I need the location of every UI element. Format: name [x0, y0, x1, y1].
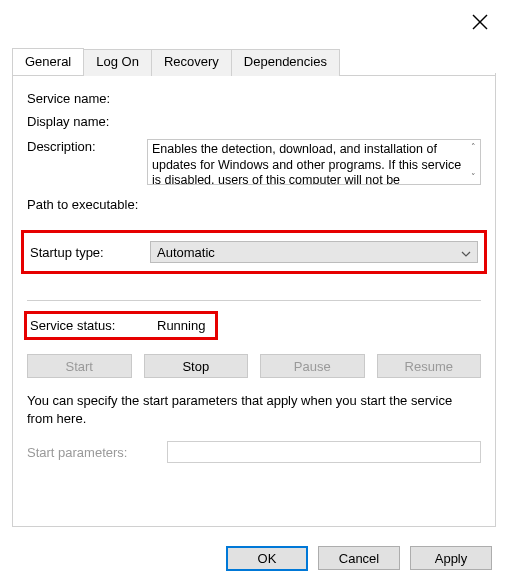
tab-dependencies[interactable]: Dependencies — [231, 49, 340, 76]
tab-general[interactable]: General — [12, 48, 84, 75]
service-status-highlight: Service status: Running — [24, 311, 218, 340]
start-params-note: You can specify the start parameters tha… — [27, 392, 481, 427]
service-name-label: Service name: — [27, 91, 147, 106]
chevron-down-icon — [461, 247, 471, 257]
pause-button: Pause — [260, 354, 365, 378]
path-label: Path to executable: — [27, 197, 481, 212]
scroll-down-icon[interactable]: ˅ — [467, 171, 479, 183]
close-icon[interactable] — [468, 10, 492, 34]
stop-button[interactable]: Stop — [144, 354, 249, 378]
startup-type-label: Startup type: — [30, 245, 150, 260]
dialog-buttons: OK Cancel Apply — [226, 546, 492, 571]
apply-button[interactable]: Apply — [410, 546, 492, 570]
divider — [27, 300, 481, 301]
start-params-label: Start parameters: — [27, 445, 167, 460]
start-params-input — [167, 441, 481, 463]
description-value: Enables the detection, download, and ins… — [152, 142, 461, 185]
display-name-label: Display name: — [27, 114, 147, 129]
start-button: Start — [27, 354, 132, 378]
tab-bar: General Log On Recovery Dependencies — [12, 48, 496, 76]
ok-button[interactable]: OK — [226, 546, 308, 571]
description-text[interactable]: Enables the detection, download, and ins… — [147, 139, 481, 185]
tab-logon[interactable]: Log On — [83, 49, 152, 76]
startup-type-value: Automatic — [157, 245, 215, 260]
startup-type-select[interactable]: Automatic — [150, 241, 478, 263]
description-label: Description: — [27, 139, 147, 154]
startup-type-highlight: Startup type: Automatic — [21, 230, 487, 274]
resume-button: Resume — [377, 354, 482, 378]
tab-recovery[interactable]: Recovery — [151, 49, 232, 76]
service-status-label: Service status: — [27, 318, 157, 333]
service-status-value: Running — [157, 318, 205, 333]
service-control-buttons: Start Stop Pause Resume — [27, 354, 481, 378]
cancel-button[interactable]: Cancel — [318, 546, 400, 570]
scroll-up-icon[interactable]: ˄ — [467, 141, 479, 153]
general-panel: Service name: Display name: Description:… — [12, 73, 496, 527]
